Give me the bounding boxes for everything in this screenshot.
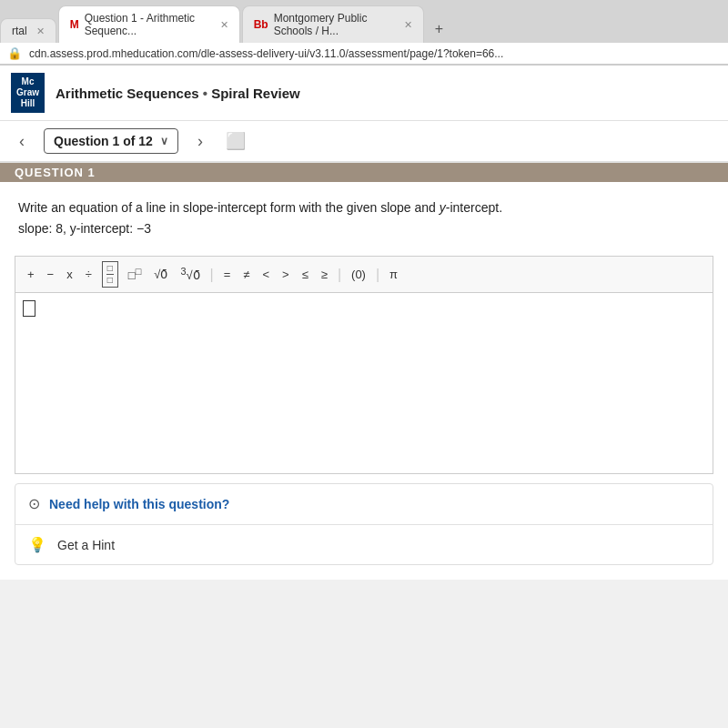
dot-separator: • — [203, 86, 211, 101]
hint-bulb-icon: 💡 — [28, 536, 46, 553]
hint-label: Get a Hint — [57, 538, 115, 552]
superscript-button[interactable]: □□ — [126, 264, 144, 284]
gte-button[interactable]: ≥ — [318, 266, 330, 283]
times-button[interactable]: x — [64, 266, 76, 283]
tab-mcgraw-icon: M — [70, 18, 79, 31]
tab-bb-label: Montgomery Public Schools / H... — [274, 12, 395, 37]
bookmark-icon[interactable]: ⬜ — [226, 131, 246, 151]
cbrt-button[interactable]: 3√0̄ — [177, 264, 202, 284]
toolbar-divider-3: | — [376, 267, 379, 283]
get-hint-button[interactable]: 💡 Get a Hint — [15, 524, 713, 564]
help-section: ⊙ Need help with this question? 💡 Get a … — [15, 483, 713, 565]
tab-bar: rtal ✕ M Question 1 - Arithmetic Sequenc… — [0, 0, 728, 43]
question-subtext: slope: 8, y-intercept: −3 — [18, 221, 710, 236]
address-bar: 🔒 cdn.assess.prod.mheducation.com/dle-as… — [0, 43, 728, 65]
question-selector-label: Question 1 of 12 — [54, 134, 153, 148]
parens-button[interactable]: (0) — [349, 266, 369, 283]
nav-bar: ‹ Question 1 of 12 ∨ › ⬜ — [0, 121, 728, 163]
lock-icon: 🔒 — [7, 46, 22, 60]
tab-label: rtal — [12, 25, 27, 37]
tab-question[interactable]: M Question 1 - Arithmetic Sequenc... ✕ — [58, 5, 240, 43]
toolbar-divider: | — [210, 267, 214, 283]
tab-rtal[interactable]: rtal ✕ — [0, 18, 56, 43]
help-chevron-icon: ⊙ — [28, 495, 40, 512]
tab-question-close-icon[interactable]: ✕ — [220, 19, 228, 31]
tab-bb-icon: Bb — [254, 18, 268, 31]
question-body: Write an equation of a line in slope-int… — [15, 182, 713, 256]
next-question-button[interactable]: › — [187, 128, 213, 154]
content-area: Write an equation of a line in slope-int… — [0, 182, 728, 580]
pi-button[interactable]: π — [387, 266, 400, 283]
question-text: Write an equation of a line in slope-int… — [18, 198, 710, 217]
notequal-button[interactable]: ≠ — [240, 266, 252, 283]
lt-button[interactable]: < — [259, 266, 272, 283]
answer-cursor — [23, 300, 35, 317]
url-text: cdn.assess.prod.mheducation.com/dle-asse… — [29, 47, 721, 60]
tab-question-label: Question 1 - Arithmetic Sequenc... — [85, 12, 211, 37]
browser-chrome: rtal ✕ M Question 1 - Arithmetic Sequenc… — [0, 0, 728, 66]
fraction-button[interactable]: □ □ — [102, 261, 118, 288]
app-header: Mc Graw Hill Arithmetic Sequences • Spir… — [0, 66, 728, 121]
tab-bb[interactable]: Bb Montgomery Public Schools / H... ✕ — [242, 5, 424, 43]
section-label: QUESTION 1 — [0, 163, 728, 182]
gt-button[interactable]: > — [279, 266, 292, 283]
help-label: Need help with this question? — [49, 497, 229, 511]
equals-button[interactable]: = — [221, 266, 234, 283]
prev-question-button[interactable]: ‹ — [9, 128, 35, 154]
plus-button[interactable]: + — [25, 266, 37, 283]
help-toggle-button[interactable]: ⊙ Need help with this question? — [15, 484, 713, 524]
tab-bb-close-icon[interactable]: ✕ — [404, 19, 412, 31]
math-toolbar: + − x ÷ □ □ □□ √0̄ 3√0̄ | = ≠ < > ≤ ≥ | … — [15, 256, 713, 292]
answer-input-area[interactable] — [15, 292, 713, 474]
tab-close-icon[interactable]: ✕ — [36, 25, 45, 37]
minus-button[interactable]: − — [45, 266, 57, 283]
chevron-down-icon: ∨ — [160, 135, 168, 147]
toolbar-divider-2: | — [338, 267, 341, 283]
lte-button[interactable]: ≤ — [299, 266, 311, 283]
app-title: Arithmetic Sequences • Spiral Review — [56, 86, 300, 101]
mcgraw-hill-logo: Mc Graw Hill — [11, 73, 45, 113]
new-tab-button[interactable]: + — [426, 15, 452, 43]
question-selector[interactable]: Question 1 of 12 ∨ — [44, 128, 178, 154]
divide-button[interactable]: ÷ — [83, 266, 95, 283]
sqrt-button[interactable]: √0̄ — [151, 266, 170, 283]
